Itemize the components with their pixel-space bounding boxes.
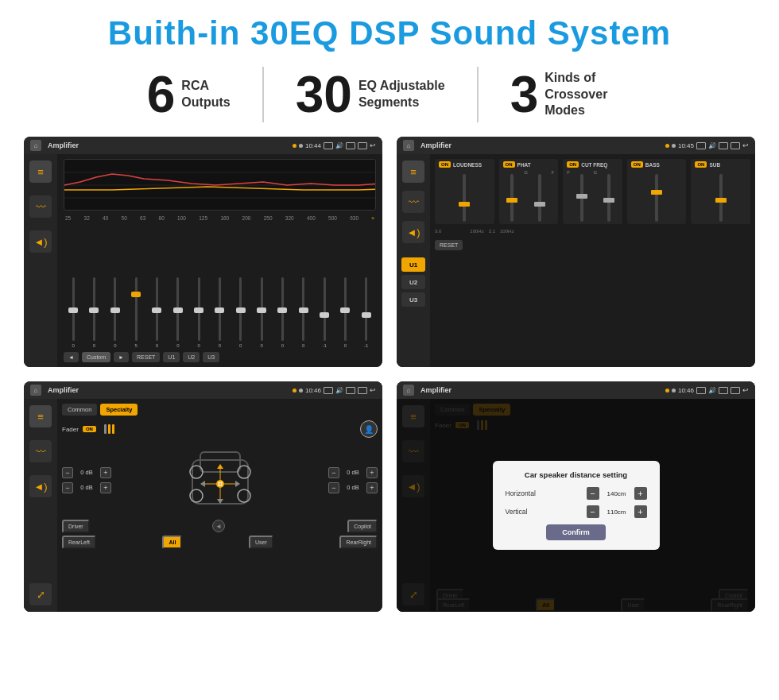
back-icon-4[interactable]: ↩ — [742, 386, 749, 394]
screen-crossover: ⌂ Amplifier 10:45 🔊 ↩ ≡ 〰 ◄) — [397, 137, 755, 367]
u3-sidebar-btn[interactable]: U3 — [401, 292, 425, 307]
prev-btn[interactable]: ◄ — [64, 352, 79, 362]
driver-btn[interactable]: Driver — [62, 520, 90, 533]
slider-thumb-13 — [340, 307, 350, 313]
vertical-plus-btn[interactable]: + — [634, 505, 647, 518]
eq-slider-col-10[interactable]: 0 — [273, 277, 292, 348]
vol-minus-bl[interactable]: − — [62, 482, 73, 493]
vol-plus-tl[interactable]: + — [100, 467, 111, 478]
u2-sidebar-btn[interactable]: U2 — [401, 275, 425, 289]
cutfreq-thumb2 — [603, 198, 614, 203]
side-icons-1: ≡ 〰 ◄) — [24, 154, 57, 367]
sb-icons-1: 10:44 🔊 ↩ — [293, 141, 376, 149]
slider-track-7 — [219, 277, 221, 341]
vol-minus-tr[interactable]: − — [328, 467, 339, 478]
eq-slider-col-7[interactable]: 0 — [210, 277, 229, 348]
vol-plus-tr[interactable]: + — [366, 467, 378, 478]
eq-slider-col-6[interactable]: 0 — [189, 277, 208, 348]
copilot-btn[interactable]: Copilot — [347, 520, 378, 533]
cutfreq-module: ON CUT FREQ F G — [563, 159, 622, 224]
eq-labels: 25 32 40 50 63 80 100 125 160 200 250 32… — [64, 215, 376, 221]
phat-slider2[interactable] — [538, 174, 541, 222]
left-arrow-btn[interactable]: ◄ — [212, 520, 225, 532]
all-btn[interactable]: All — [162, 536, 182, 549]
phat-slider[interactable] — [510, 174, 514, 222]
u1-sidebar-btn[interactable]: U1 — [401, 257, 425, 272]
eq-slider-col-8[interactable]: 0 — [231, 277, 250, 348]
eq-slider-col-9[interactable]: 0 — [252, 277, 271, 348]
eq-arrow[interactable]: » — [371, 215, 374, 221]
eq-slider-col-0[interactable]: 0 — [64, 277, 83, 348]
slider-track-4 — [156, 277, 158, 341]
wave-icon-2[interactable]: 〰 — [402, 191, 424, 213]
bass-slider[interactable] — [655, 174, 658, 222]
fader-text: Fader — [62, 426, 79, 433]
slider-thumb-3 — [131, 292, 141, 297]
home-icon-3[interactable]: ⌂ — [30, 385, 41, 396]
speaker-icon-2[interactable]: ◄) — [402, 221, 424, 243]
stats-row: 6 RCAOutputs 30 EQ AdjustableSegments 3 … — [24, 67, 755, 122]
status-bar-4: ⌂ Amplifier 10:46 🔊 ↩ — [397, 381, 755, 399]
play-btn[interactable]: ► — [114, 352, 129, 362]
eq-slider-col-14[interactable]: -1 — [357, 277, 376, 348]
vol-plus-bl[interactable]: + — [100, 482, 111, 493]
reset-btn-2[interactable]: RESET — [435, 240, 463, 250]
user-btn[interactable]: User — [249, 536, 273, 549]
eq-slider-col-12[interactable]: -1 — [315, 277, 334, 348]
eq-slider-col-1[interactable]: 0 — [84, 277, 103, 348]
home-icon-2[interactable]: ⌂ — [403, 140, 414, 151]
home-icon-4[interactable]: ⌂ — [403, 385, 414, 396]
sub-name: SUB — [709, 162, 720, 168]
specialty-tab[interactable]: Specialty — [100, 404, 138, 416]
vertical-minus-btn[interactable]: − — [587, 505, 599, 518]
slider-track-2 — [114, 277, 116, 341]
eq-slider-col-11[interactable]: 0 — [294, 277, 313, 348]
horizontal-value: 140cm — [603, 490, 631, 497]
vol-minus-tl[interactable]: − — [62, 467, 73, 478]
horizontal-plus-btn[interactable]: + — [634, 487, 647, 500]
speaker-icon-3[interactable]: ◄) — [29, 475, 52, 497]
expand-icon-3[interactable]: ⤢ — [29, 583, 52, 605]
cutfreq-slider[interactable] — [580, 174, 583, 222]
eq-icon[interactable]: ≡ — [29, 160, 52, 183]
settings-icon-2 — [719, 142, 728, 149]
eq-icon-3[interactable]: ≡ — [29, 405, 52, 427]
slider-val-2: 0 — [114, 343, 116, 348]
eq-label-5: 80 — [159, 215, 165, 221]
u2-btn-1[interactable]: U2 — [183, 352, 200, 362]
back-icon-1[interactable]: ↩ — [370, 141, 376, 149]
sub-slider[interactable] — [719, 174, 723, 222]
eq-slider-col-3[interactable]: 5 — [126, 277, 145, 348]
horizontal-minus-btn[interactable]: − — [587, 487, 599, 500]
u3-btn-1[interactable]: U3 — [203, 352, 219, 362]
vol-minus-br[interactable]: − — [328, 482, 339, 493]
rearright-btn[interactable]: RearRight — [339, 536, 378, 549]
slider-thumb-9 — [257, 307, 266, 313]
u1-btn-1[interactable]: U1 — [163, 352, 180, 362]
reset-btn-1[interactable]: RESET — [132, 352, 160, 362]
eq-slider-col-4[interactable]: 0 — [147, 277, 166, 348]
common-tab[interactable]: Common — [62, 404, 97, 416]
confirm-button[interactable]: Confirm — [546, 524, 606, 540]
speaker-icon[interactable]: ◄) — [29, 230, 52, 253]
rearleft-btn[interactable]: RearLeft — [62, 536, 96, 549]
eq-slider-col-5[interactable]: 0 — [169, 277, 188, 348]
camera-icon-1 — [324, 142, 333, 149]
eq-icon-2[interactable]: ≡ — [402, 160, 424, 183]
slider-thumb-8 — [236, 307, 246, 313]
back-icon-3[interactable]: ↩ — [370, 386, 376, 394]
person-icon-3[interactable]: 👤 — [360, 420, 378, 438]
wave-icon-3[interactable]: 〰 — [29, 440, 52, 462]
eq-slider-col-13[interactable]: 0 — [335, 277, 355, 348]
cutfreq-slider2[interactable] — [607, 174, 610, 222]
fader-label: Fader ON 👤 — [62, 420, 378, 438]
side-icons-3: ≡ 〰 ◄) ⤢ — [24, 399, 57, 612]
vol-plus-br[interactable]: + — [366, 482, 378, 493]
custom-btn[interactable]: Custom — [82, 352, 110, 362]
wave-icon[interactable]: 〰 — [29, 195, 52, 218]
eq-slider-col-2[interactable]: 0 — [106, 277, 125, 348]
page-wrapper: Buith-in 30EQ DSP Sound System 6 RCAOutp… — [0, 0, 779, 700]
home-icon-1[interactable]: ⌂ — [30, 140, 41, 151]
back-icon-2[interactable]: ↩ — [742, 141, 749, 149]
loudness-slider[interactable] — [463, 174, 466, 222]
